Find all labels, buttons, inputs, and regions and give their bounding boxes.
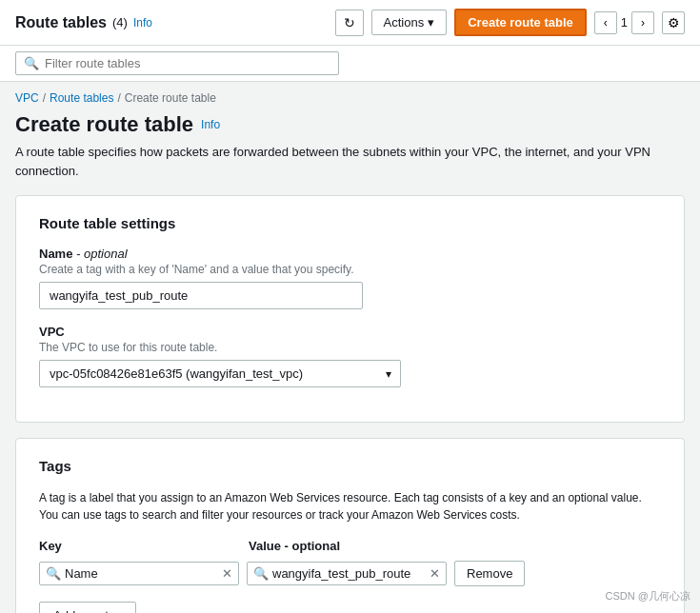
pagination-page: 1	[621, 15, 628, 30]
tag-row: 🔍 ✕ 🔍 ✕ Remove	[39, 561, 661, 586]
vpc-description: The VPC to use for this route table.	[39, 341, 661, 354]
vpc-label: VPC	[39, 325, 661, 339]
refresh-button[interactable]: ↻	[335, 10, 364, 36]
page-info-link[interactable]: Info	[201, 118, 220, 131]
name-label: Name - optional	[39, 247, 661, 261]
tag-value-input-wrapper: 🔍 ✕	[247, 562, 447, 585]
breadcrumb: VPC / Route tables / Create route table	[15, 82, 685, 112]
page-heading: Route tables	[15, 14, 107, 31]
add-new-tag-button[interactable]: Add new tag	[39, 602, 136, 613]
tag-value-search-icon: 🔍	[253, 566, 269, 581]
route-settings-card-title: Route table settings	[39, 215, 661, 231]
tags-header: Key Value - optional	[39, 539, 661, 553]
top-bar-left: Route tables (4) Info	[15, 14, 152, 31]
tags-key-header: Key	[39, 539, 249, 553]
remove-tag-button[interactable]: Remove	[454, 561, 525, 586]
main-content: VPC / Route tables / Create route table …	[0, 82, 700, 613]
vpc-field-group: VPC The VPC to use for this route table.…	[39, 325, 661, 387]
breadcrumb-sep-1: /	[43, 91, 46, 105]
name-field-group: Name - optional Create a tag with a key …	[39, 247, 661, 309]
tag-value-clear-button[interactable]: ✕	[430, 566, 440, 581]
search-wrapper: 🔍	[15, 51, 339, 75]
vpc-select[interactable]: vpc-05fc08426e81e63f5 (wangyifan_test_vp…	[39, 360, 401, 387]
search-icon: 🔍	[24, 56, 39, 70]
page-title-row: Create route table Info	[15, 112, 685, 137]
actions-button[interactable]: Actions ▾	[371, 10, 448, 35]
breadcrumb-sep-2: /	[117, 91, 120, 105]
watermark: CSDN @几何心凉	[606, 589, 690, 603]
tags-description: A tag is a label that you assign to an A…	[39, 489, 661, 524]
vpc-select-wrapper: vpc-05fc08426e81e63f5 (wangyifan_test_vp…	[39, 360, 401, 387]
tag-key-clear-button[interactable]: ✕	[222, 566, 232, 581]
refresh-icon: ↻	[344, 15, 355, 30]
tags-card-title: Tags	[39, 458, 661, 474]
actions-label: Actions	[384, 15, 425, 30]
top-bar-info-link[interactable]: Info	[133, 16, 152, 30]
create-route-table-button[interactable]: Create route table	[454, 9, 587, 36]
search-input[interactable]	[45, 56, 330, 70]
gear-icon: ⚙	[668, 15, 680, 30]
pagination-next-button[interactable]: ›	[631, 11, 654, 34]
page-description: A route table specifies how packets are …	[15, 143, 663, 180]
search-bar: 🔍	[0, 46, 700, 82]
breadcrumb-route-tables[interactable]: Route tables	[50, 91, 113, 105]
breadcrumb-vpc[interactable]: VPC	[15, 91, 39, 105]
tag-key-input[interactable]	[65, 566, 218, 581]
page-title: Create route table	[15, 112, 193, 137]
route-table-count: (4)	[112, 15, 128, 30]
top-bar: Route tables (4) Info ↻ Actions ▾ Create…	[0, 0, 700, 46]
tags-card: Tags A tag is a label that you assign to…	[15, 438, 685, 613]
settings-button[interactable]: ⚙	[662, 11, 685, 34]
tag-key-search-icon: 🔍	[46, 566, 61, 581]
name-optional: - optional	[76, 247, 127, 261]
top-bar-right: ↻ Actions ▾ Create route table ‹ 1 › ⚙	[335, 9, 685, 36]
route-settings-card: Route table settings Name - optional Cre…	[15, 195, 685, 423]
tags-value-header: Value - optional	[249, 539, 458, 553]
name-input[interactable]	[39, 282, 363, 309]
tag-key-input-wrapper: 🔍 ✕	[39, 562, 239, 585]
name-description: Create a tag with a key of 'Name' and a …	[39, 263, 661, 276]
actions-arrow-icon: ▾	[428, 15, 434, 30]
tag-value-input[interactable]	[272, 566, 426, 581]
breadcrumb-current: Create route table	[125, 91, 216, 105]
pagination: ‹ 1 ›	[594, 11, 654, 34]
pagination-prev-button[interactable]: ‹	[594, 11, 617, 34]
